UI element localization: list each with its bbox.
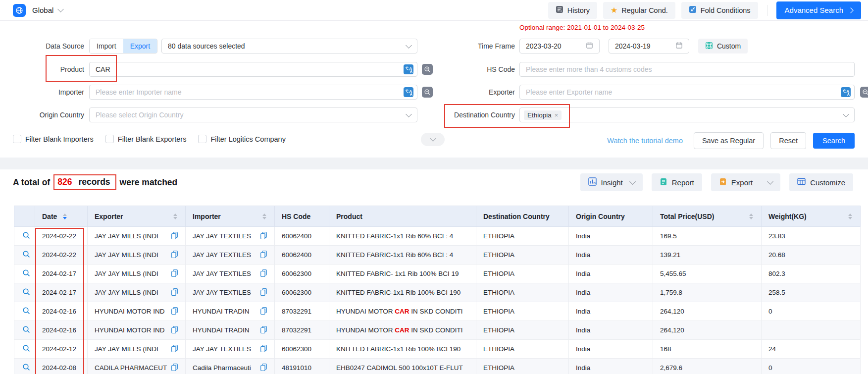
cell-hs-code: 87032291 [275,302,329,321]
destination-country-select[interactable]: Ethiopia × [519,107,855,122]
cell-origin-country: India [569,340,653,359]
region-selector-label[interactable]: Global [32,6,53,14]
insight-button[interactable]: BI Insight [580,173,643,191]
copy-icon[interactable] [260,231,267,241]
start-date-input[interactable]: 2023-03-20 [519,39,600,53]
cell-destination-country: ETHIOPIA [476,340,569,359]
copy-icon[interactable] [260,363,267,373]
copy-icon[interactable] [171,363,178,373]
cell-importer: JAY JAY TEXTILES [186,227,275,246]
column-header-label: Product [336,213,362,220]
product-text: HYUNDAI MOTOR [336,308,395,315]
search-term-highlight: CAR [395,308,409,315]
row-detail-button[interactable] [14,359,35,374]
copy-icon[interactable] [260,269,267,278]
cell-exporter-text: HYUNDAI MOTOR IND [95,308,171,315]
trade-data-search-page: Global History ★ Regular Cond. Fold Cond… [0,0,868,374]
magnifier-icon [22,250,31,259]
copy-icon[interactable] [260,288,267,297]
copy-icon[interactable] [171,231,178,241]
product-input[interactable] [89,62,417,77]
copy-icon[interactable] [260,250,267,260]
cell-weight: 0 [762,302,861,321]
advanced-search-button[interactable]: Advanced Search [776,1,861,19]
column-header-exporter[interactable]: Exporter [88,206,186,227]
data-sources-select[interactable]: 80 data sources selected [161,39,417,53]
regular-cond-button[interactable]: ★ Regular Cond. [603,2,675,19]
export-toggle[interactable]: Export [123,39,157,53]
row-detail-button[interactable] [14,340,35,359]
column-header-weight-kg[interactable]: Weight(KG) [762,206,861,227]
cell-hs-code: 60062400 [275,227,329,246]
copy-icon[interactable] [171,250,178,260]
exporter-field: A [519,85,855,100]
translate-icon[interactable]: A [841,87,851,97]
report-button[interactable]: Report [652,173,702,191]
chevron-down-icon[interactable] [57,6,64,12]
filter-blank-importers-checkbox[interactable]: Filter Blank Importers [13,135,94,143]
filter-blank-exporters-checkbox[interactable]: Filter Blank Exporters [105,135,187,143]
product-text: HYUNDAI MOTOR [336,326,395,334]
start-date-value: 2023-03-20 [526,42,562,50]
row-detail-button[interactable] [14,227,35,246]
copy-icon[interactable] [171,307,178,316]
fold-conditions-label: Fold Conditions [701,6,751,14]
reset-button[interactable]: Reset [770,132,806,149]
data-sources-value: 80 data sources selected [168,42,245,50]
sort-icon[interactable] [63,214,67,219]
row-detail-button[interactable] [14,283,35,302]
row-detail-button[interactable] [14,246,35,265]
history-button[interactable]: History [548,2,597,19]
column-header-label: Date [42,213,57,220]
report-label: Report [672,178,694,187]
table-row: 2024-02-16HYUNDAI MOTOR INDHYUNDAI TRADI… [14,302,861,321]
chevron-down-icon[interactable] [767,178,773,185]
end-date-input[interactable]: 2024-03-19 [609,39,689,53]
export-button[interactable]: Export [711,173,780,191]
customize-columns-icon [797,177,806,187]
importer-input[interactable] [89,85,417,100]
row-detail-button[interactable] [14,265,35,283]
origin-country-select[interactable]: Please select Origin Country [89,107,417,122]
custom-range-button[interactable]: Custom [698,39,748,53]
copy-icon[interactable] [260,325,267,335]
column-header-date[interactable]: Date [35,206,88,227]
hs-code-input[interactable] [519,62,855,77]
copy-icon[interactable] [171,288,178,297]
section-separator [0,158,868,169]
fold-conditions-button[interactable]: Fold Conditions [681,2,758,19]
cell-total-price: 168 [653,340,762,359]
column-header-importer[interactable]: Importer [186,206,275,227]
chevron-right-icon [848,7,853,13]
end-date-value: 2024-03-19 [615,42,651,50]
translate-icon[interactable]: A [404,64,413,74]
copy-icon[interactable] [260,344,267,354]
tutorial-demo-link[interactable]: Watch the tutorial demo [607,137,683,145]
copy-icon[interactable] [171,344,178,354]
row-detail-button[interactable] [14,321,35,340]
copy-icon[interactable] [171,269,178,278]
sort-icon[interactable] [848,214,852,219]
remove-tag-icon[interactable]: × [555,111,559,119]
sort-icon[interactable] [262,214,266,219]
import-toggle[interactable]: Import [90,39,123,53]
cell-exporter-text: JAY JAY MILLS (INDI [95,232,171,240]
exporter-input[interactable] [519,85,855,100]
customize-button[interactable]: Customize [789,173,853,191]
row-detail-button[interactable] [14,302,35,321]
column-header-label: Weight(KG) [768,213,807,220]
copy-icon[interactable] [260,307,267,316]
exclude-search-icon[interactable] [860,87,868,98]
sort-icon[interactable] [173,214,177,219]
filter-logitics-company-checkbox[interactable]: Filter Logitics Company [198,135,286,143]
translate-icon[interactable]: A [404,87,413,97]
search-button[interactable]: Search [813,133,855,149]
sort-icon[interactable] [749,214,753,219]
copy-icon[interactable] [171,325,178,335]
collapse-conditions-button[interactable] [421,133,445,146]
column-header-total-price-usd[interactable]: Total Price(USD) [653,206,762,227]
cell-weight: 802.3 [762,265,861,283]
customize-label: Customize [810,178,845,187]
save-as-regular-button[interactable]: Save as Regular [694,132,764,149]
cell-importer: JAY JAY TEXTILES [186,283,275,302]
